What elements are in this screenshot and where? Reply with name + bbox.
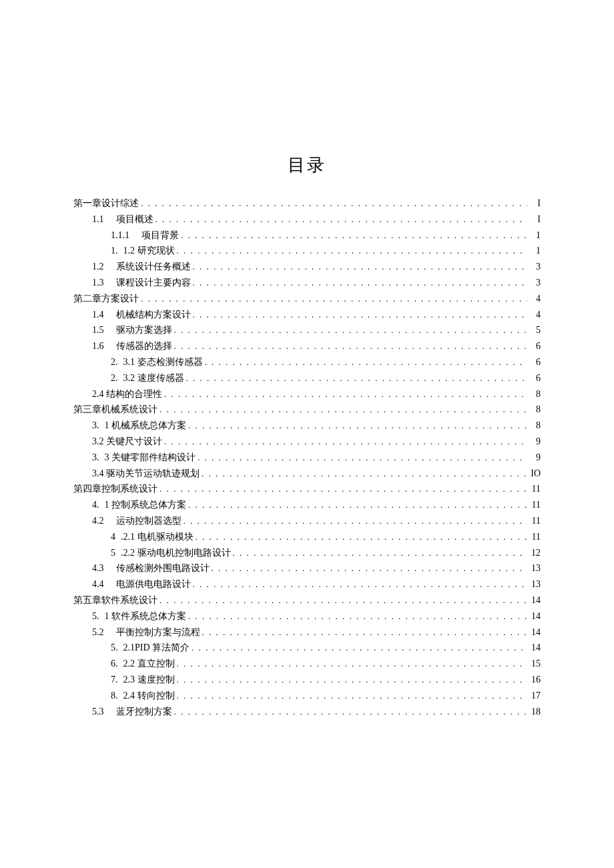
toc-entry-text: 系统设计任务概述 bbox=[116, 259, 191, 275]
toc-entry-text: 1 机械系统总体方案 bbox=[105, 418, 187, 434]
toc-entry-page: 12 bbox=[527, 545, 541, 561]
toc-entry-page: 13 bbox=[527, 576, 541, 592]
toc-entry-number: 7. bbox=[111, 672, 118, 688]
toc-entry-text: .2.1 电机驱动模块 bbox=[121, 529, 194, 545]
toc-entry-page: 6 bbox=[527, 370, 541, 386]
toc-entry-number: 5.3 bbox=[92, 704, 104, 720]
toc-entry-page: IO bbox=[527, 466, 541, 482]
toc-entry: 4.2.1 电机驱动模块11 bbox=[73, 529, 541, 545]
toc-entry: 3.1 机械系统总体方案8 bbox=[73, 418, 541, 434]
toc-entry-number: 2. bbox=[111, 370, 118, 386]
toc-entry-text: 2.4 转向控制 bbox=[123, 688, 175, 704]
toc-entry-text: 2.2 直立控制 bbox=[123, 656, 175, 672]
toc-entry-text: .2.2 驱动电机控制电路设计 bbox=[121, 545, 231, 561]
toc-entry-page: 5 bbox=[527, 322, 541, 338]
toc-entry-number: 1. bbox=[111, 243, 118, 259]
toc-entry-page: 11 bbox=[527, 529, 541, 545]
toc-entry-number: 2. bbox=[111, 354, 118, 370]
toc-leader-dots bbox=[139, 292, 527, 306]
toc-leader-dots bbox=[154, 212, 528, 227]
toc-entry-page: 8 bbox=[527, 386, 541, 402]
toc-entry: 6.2.2 直立控制15 bbox=[73, 656, 541, 672]
toc-entry: 第二章方案设计4 bbox=[73, 291, 541, 307]
toc-leader-dots bbox=[186, 418, 527, 433]
toc-entry-page: 17 bbox=[527, 688, 541, 704]
toc-leader-dots bbox=[186, 498, 527, 512]
toc-entry: 8.2.4 转向控制17 bbox=[73, 688, 541, 704]
toc-entry-page: 8 bbox=[527, 402, 541, 418]
toc-leader-dots bbox=[158, 402, 527, 417]
toc-leader-dots bbox=[162, 387, 527, 402]
toc-entry-number: 1.5 bbox=[92, 322, 104, 338]
toc-entry-number: 5 bbox=[111, 545, 115, 561]
toc-entry-text: 运动控制器选型 bbox=[116, 513, 182, 529]
toc-leader-dots bbox=[191, 577, 528, 592]
toc-entry-page: 11 bbox=[527, 497, 541, 513]
toc-entry-text: 驱动方案选择 bbox=[116, 322, 172, 338]
toc-entry-page: 4 bbox=[527, 291, 541, 307]
toc-leader-dots bbox=[190, 640, 527, 655]
toc-entry: 第五章软件系统设计14 bbox=[73, 592, 541, 608]
toc-leader-dots bbox=[175, 689, 528, 703]
toc-entry: 2.3.2 速度传感器6 bbox=[73, 370, 541, 386]
toc-entry: 4.3传感检测外围电路设计13 bbox=[73, 560, 541, 576]
toc-entry-text: 1 软件系统总体方案 bbox=[105, 608, 187, 624]
toc-entry-number: 4.2 bbox=[92, 513, 104, 529]
toc-entry: 1.1.1项目背景1 bbox=[73, 228, 541, 244]
toc-entry-page: 1 bbox=[527, 243, 541, 259]
toc-entry: 2.3.1 姿态检测传感器6 bbox=[73, 354, 541, 370]
toc-entry-text: 蓝牙控制方案 bbox=[116, 704, 172, 720]
toc-entry: 1.5驱动方案选择5 bbox=[73, 322, 541, 338]
toc-entry: 1.4机械结构方案设计4 bbox=[73, 307, 541, 323]
toc-container: 第一章设计综述I1.1项目概述I1.1.1项目背景11.1.2 研究现状11.2… bbox=[73, 195, 541, 719]
toc-entry: 1.3课程设计主要内容3 bbox=[73, 275, 541, 291]
toc-entry-page: 1 bbox=[527, 228, 541, 244]
toc-entry-text: 第三章机械系统设计 bbox=[73, 402, 158, 418]
toc-entry: 第四章控制系统设计11 bbox=[73, 481, 541, 497]
toc-entry-page: I bbox=[527, 211, 541, 228]
toc-entry-text: 第四章控制系统设计 bbox=[73, 481, 158, 497]
toc-entry: 1.1项目概述I bbox=[73, 211, 541, 228]
toc-entry-text: 传感检测外围电路设计 bbox=[116, 560, 210, 576]
toc-leader-dots bbox=[200, 466, 527, 481]
toc-entry-text: 机械结构方案设计 bbox=[116, 307, 191, 323]
toc-entry-page: 8 bbox=[527, 418, 541, 434]
toc-entry: 第三章机械系统设计8 bbox=[73, 402, 541, 418]
toc-leader-dots bbox=[175, 244, 528, 258]
toc-entry-text: 项目背景 bbox=[141, 228, 179, 244]
toc-leader-dots bbox=[200, 625, 528, 640]
toc-entry: 5.2.1PID 算法简介14 bbox=[73, 640, 541, 656]
toc-entry-page: 11 bbox=[527, 481, 541, 497]
toc-entry-number: 6. bbox=[111, 656, 118, 672]
toc-entry-text: 传感器的选择 bbox=[116, 338, 172, 354]
toc-entry-number: 5.2 bbox=[92, 624, 104, 640]
toc-entry-page: 6 bbox=[527, 354, 541, 370]
toc-leader-dots bbox=[139, 196, 527, 211]
toc-entry-page: 3 bbox=[527, 259, 541, 275]
toc-entry: 1.2系统设计任务概述3 bbox=[73, 259, 541, 275]
toc-entry-text: 电源供电电路设计 bbox=[116, 576, 191, 592]
toc-leader-dots bbox=[186, 609, 527, 624]
toc-entry-number: 3. bbox=[92, 418, 99, 434]
toc-leader-dots bbox=[172, 705, 528, 719]
toc-entry-text: 1.2 研究现状 bbox=[123, 243, 175, 259]
toc-entry: 第一章设计综述I bbox=[73, 195, 541, 211]
toc-entry-page: 3 bbox=[527, 275, 541, 291]
toc-entry-text: 2.4 结构的合理性 bbox=[92, 386, 162, 402]
toc-entry-page: 14 bbox=[527, 624, 541, 640]
toc-leader-dots bbox=[203, 355, 528, 370]
toc-leader-dots bbox=[175, 657, 528, 671]
toc-entry-number: 1.2 bbox=[92, 259, 104, 275]
toc-entry-text: 3 关键零部件结构设计 bbox=[105, 450, 196, 466]
toc-entry-number: 1.1 bbox=[92, 211, 104, 228]
toc-entry-number: 5. bbox=[92, 608, 99, 624]
toc-entry-page: 9 bbox=[527, 450, 541, 466]
toc-entry-text: 平衡控制方案与流程 bbox=[116, 624, 200, 640]
toc-entry-number: 5. bbox=[111, 640, 118, 656]
toc-entry-page: I bbox=[527, 195, 541, 211]
toc-entry-page: 13 bbox=[527, 560, 541, 576]
toc-entry-text: 3.1 姿态检测传感器 bbox=[123, 354, 203, 370]
toc-entry: 5.1 软件系统总体方案14 bbox=[73, 608, 541, 624]
toc-leader-dots bbox=[179, 228, 527, 243]
toc-entry-text: 3.2 速度传感器 bbox=[123, 370, 184, 386]
